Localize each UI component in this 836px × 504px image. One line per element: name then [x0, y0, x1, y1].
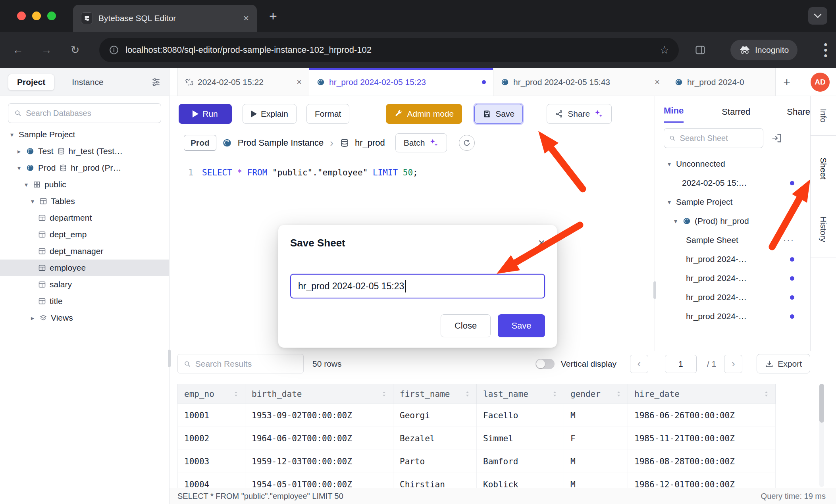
sheet-item[interactable]: hr_prod 2024-… [655, 288, 810, 307]
prev-page-button[interactable]: ‹ [630, 355, 648, 373]
table-cell[interactable]: 1986-08-28T00:00:00Z [628, 450, 776, 473]
column-header[interactable]: gender [564, 384, 628, 404]
table-cell[interactable]: 1986-06-26T00:00:00Z [628, 404, 776, 427]
table-cell[interactable]: Simmel [477, 427, 564, 450]
export-button[interactable]: Export [757, 354, 810, 373]
share-button[interactable]: Share [547, 104, 612, 124]
tab-search-button[interactable] [808, 7, 827, 25]
collapse-panel-icon[interactable] [771, 133, 782, 144]
column-header[interactable]: birth_date [245, 384, 393, 404]
table-cell[interactable]: M [564, 473, 628, 488]
explain-button[interactable]: Explain [243, 104, 297, 124]
chevron-right-icon[interactable]: ▸ [16, 148, 22, 155]
sheet-name-input[interactable]: hr_prod 2024-02-05 15:23 [290, 274, 545, 298]
tree-item-instance-prod[interactable]: ▾ Prod hr_prod (Pr… [0, 160, 169, 176]
sheet-search[interactable] [664, 128, 763, 148]
table-cell[interactable]: Parto [393, 450, 477, 473]
close-button[interactable]: Close [441, 314, 491, 337]
tree-item-views[interactable]: ▸ Views [0, 310, 169, 326]
page-number-input[interactable] [665, 355, 697, 373]
close-window-button[interactable] [17, 12, 26, 20]
table-cell[interactable]: Bezalel [393, 427, 477, 450]
panel-resize-handle[interactable] [653, 281, 656, 299]
table-cell[interactable]: 1959-12-03T00:00:00Z [245, 450, 393, 473]
table-cell[interactable]: 1964-06-02T00:00:00Z [245, 427, 393, 450]
tab-mine[interactable]: Mine [664, 106, 684, 123]
close-icon[interactable]: × [655, 77, 660, 87]
table-cell[interactable]: M [564, 450, 628, 473]
save-button[interactable]: Save [474, 104, 523, 124]
vertical-display-toggle[interactable] [536, 359, 555, 369]
chevron-right-icon[interactable]: ▸ [29, 314, 36, 322]
tree-item-table-department[interactable]: department [0, 210, 169, 226]
sheet-item[interactable]: hr_prod 2024-… [655, 250, 810, 269]
scrollbar-thumb[interactable] [819, 384, 824, 423]
chevron-down-icon[interactable]: ▾ [9, 131, 15, 139]
url-bar[interactable]: localhost:8080/sql-editor/prod-sample-in… [99, 38, 679, 62]
table-cell[interactable]: 10003 [177, 450, 245, 473]
tree-item-table-salary[interactable]: salary [0, 276, 169, 293]
sheet-item[interactable]: 2024-02-05 15:… [655, 173, 810, 192]
table-cell[interactable]: M [564, 404, 628, 427]
reload-icon[interactable]: ↻ [69, 44, 81, 56]
browser-menu-icon[interactable]: ••• [824, 42, 827, 59]
new-sheet-tab-button[interactable]: + [776, 68, 798, 96]
editor-tab-unconnected[interactable]: 2024-02-05 15:22 × [177, 68, 309, 96]
table-cell[interactable]: 10004 [177, 473, 245, 488]
bookmark-star-icon[interactable]: ☆ [660, 44, 669, 56]
results-search-input[interactable] [195, 359, 298, 369]
table-scrollbar[interactable] [819, 384, 824, 487]
strip-tab-info[interactable]: Info [811, 96, 836, 136]
user-avatar[interactable]: AD [811, 73, 830, 92]
sort-icon[interactable] [233, 391, 239, 397]
table-cell[interactable]: Chirstian [393, 473, 477, 488]
sidebar-resize-handle[interactable] [168, 350, 171, 367]
strip-tab-history[interactable]: History [811, 201, 836, 258]
sort-icon[interactable] [381, 391, 387, 397]
sheet-item[interactable]: hr_prod 2024-… [655, 307, 810, 326]
strip-tab-sheet[interactable]: Sheet [811, 136, 836, 201]
tree-item-table-dept-manager[interactable]: dept_manager [0, 243, 169, 260]
side-panel-icon[interactable] [695, 44, 706, 56]
table-cell[interactable]: 1985-11-21T00:00:00Z [628, 427, 776, 450]
sheet-group-database[interactable]: ▾ (Prod) hr_prod [655, 212, 810, 231]
run-button[interactable]: Run [179, 104, 232, 124]
table-cell[interactable]: Facello [477, 404, 564, 427]
site-info-icon[interactable] [109, 45, 119, 55]
sort-icon[interactable] [464, 391, 471, 397]
editor-tab-3[interactable]: hr_prod 2024-0 [667, 68, 776, 96]
filter-settings-icon[interactable] [151, 77, 161, 87]
sheet-item-sample[interactable]: Sample Sheet ··· [655, 231, 810, 250]
sheet-group-unconnected[interactable]: ▾ Unconnected [655, 154, 810, 173]
chevron-down-icon[interactable]: ▾ [16, 164, 22, 172]
dialog-save-button[interactable]: Save [498, 314, 545, 337]
batch-button[interactable]: Batch [395, 133, 447, 152]
table-cell[interactable]: 1986-12-01T00:00:00Z [628, 473, 776, 488]
format-button[interactable]: Format [306, 104, 350, 124]
sheet-search-input[interactable] [680, 134, 758, 143]
new-tab-button[interactable]: + [269, 0, 277, 32]
tree-item-tables[interactable]: ▾ Tables [0, 193, 169, 210]
tree-item-project[interactable]: ▾ Sample Project [0, 126, 169, 143]
chevron-down-icon[interactable]: ▾ [666, 198, 672, 206]
chevron-down-icon[interactable]: ▾ [29, 198, 36, 205]
tree-item-instance-test[interactable]: ▸ Test hr_test (Test… [0, 143, 169, 160]
results-search[interactable] [177, 354, 304, 373]
browser-tab[interactable]: Bytebase SQL Editor × [73, 5, 257, 32]
editor-tab-active[interactable]: hr_prod 2024-02-05 15:23 [309, 68, 493, 96]
column-header[interactable]: first_name [393, 384, 477, 404]
database-search-input[interactable] [26, 109, 155, 118]
minimize-window-button[interactable] [32, 12, 41, 20]
forward-icon[interactable]: → [40, 44, 52, 56]
instance-name[interactable]: Prod Sample Instance [238, 138, 324, 148]
tree-item-table-dept-emp[interactable]: dept_emp [0, 226, 169, 243]
table-cell[interactable]: Koblick [477, 473, 564, 488]
tree-item-table-employee[interactable]: employee [0, 260, 169, 276]
admin-mode-button[interactable]: Admin mode [386, 104, 462, 124]
back-icon[interactable]: ← [12, 44, 24, 56]
column-header[interactable]: emp_no [177, 384, 245, 404]
chevron-down-icon[interactable]: ▾ [666, 160, 672, 168]
next-page-button[interactable]: › [724, 355, 742, 373]
editor-tab-2[interactable]: hr_prod 2024-02-05 15:43 × [493, 68, 667, 96]
tree-item-table-title[interactable]: title [0, 293, 169, 310]
